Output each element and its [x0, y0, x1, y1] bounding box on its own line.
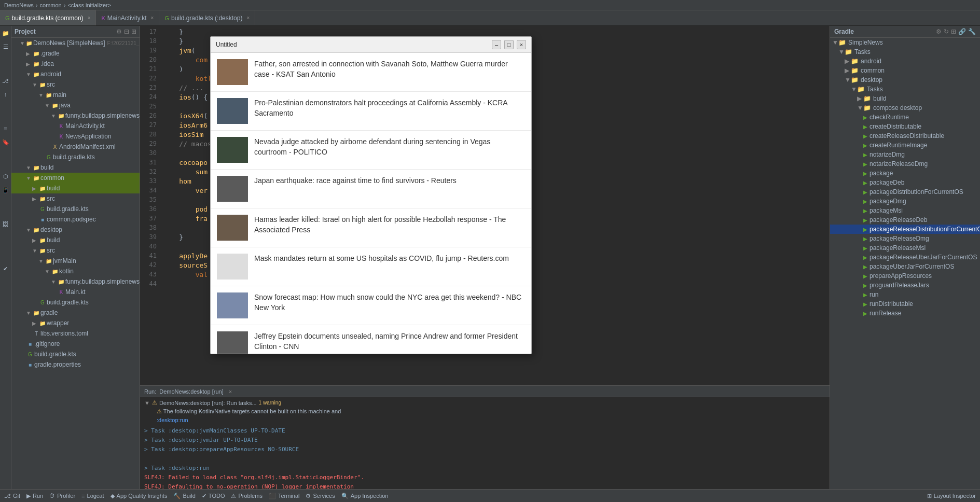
tree-item-main-kt[interactable]: K Main.kt [11, 287, 140, 297]
gradle-packageReleaseUberJarForCurrentOS[interactable]: ▶ packageReleaseUberJarForCurrentOS [830, 253, 980, 262]
tree-item-java[interactable]: ▼ 📁 java [11, 100, 140, 110]
git-icon-left[interactable]: ⎇ [1, 76, 11, 86]
tab-close-2[interactable]: × [151, 15, 154, 21]
favorites-icon[interactable]: ☰ [1, 41, 11, 52]
dialog-maximize-btn[interactable]: □ [504, 40, 514, 49]
gradle-settings-icon[interactable]: ⚙ [936, 28, 942, 35]
tree-item-kotlin[interactable]: ▼ 📁 kotlin [11, 266, 140, 276]
gradle-createRuntimeImage[interactable]: ▶ createRuntimeImage [830, 141, 980, 150]
tree-item-desktop[interactable]: ▼ 📁 desktop [11, 225, 140, 235]
tree-item-newsapp[interactable]: K NewsApplication [11, 131, 140, 142]
gradle-tasks-root[interactable]: ▼ 📁 Tasks [830, 47, 980, 57]
structure-icon[interactable]: ≡ [1, 123, 11, 134]
tree-item-jvmmain[interactable]: ▼ 📁 jvmMain [11, 256, 140, 266]
gradle-common-item[interactable]: ▶ 📁 common [830, 66, 980, 75]
gradle-runRelease[interactable]: ▶ runRelease [830, 309, 980, 318]
tree-item-gradle[interactable]: ▶ 📁 .gradle [11, 48, 140, 59]
breadcrumb-item-2[interactable]: common [40, 2, 62, 8]
collapse-icon[interactable]: ⊟ [124, 28, 129, 35]
dialog-minimize-btn[interactable]: – [492, 40, 501, 49]
run-task-item[interactable]: :desktop:run [144, 416, 825, 424]
build-variants-icon[interactable]: ⬡ [1, 171, 11, 182]
tree-item-gradle-folder[interactable]: ▼ 📁 gradle [11, 308, 140, 318]
gradle-runDistributable[interactable]: ▶ runDistributable [830, 299, 980, 309]
device-manager-icon[interactable]: 📱 [1, 185, 11, 195]
news-item-5[interactable]: Hamas leader killed: Israel on high aler… [211, 208, 531, 247]
gradle-package[interactable]: ▶ package [830, 169, 980, 178]
gradle-packageUberJarForCurrentOS[interactable]: ▶ packageUberJarForCurrentOS [830, 262, 980, 271]
news-item-2[interactable]: Pro-Palestinian demonstrators halt proce… [211, 92, 531, 131]
bookmarks-icon[interactable]: 🔖 [1, 137, 11, 147]
gradle-proguardReleaseJars[interactable]: ▶ proguardReleaseJars [830, 281, 980, 290]
status-layout-inspector[interactable]: ⊞ Layout Inspector [927, 493, 976, 499]
project-icon[interactable]: 📁 [1, 28, 11, 38]
status-app-inspection[interactable]: 🔍 App Inspection [341, 493, 389, 499]
tree-item-gitignore[interactable]: ■ .gitignore [11, 339, 140, 349]
breadcrumb-item-1[interactable]: DemoNews [4, 2, 34, 8]
status-services[interactable]: ⚙ Services [306, 493, 335, 499]
tree-item-podspec[interactable]: ■ common.podspec [11, 214, 140, 225]
status-app-quality[interactable]: ◆ App Quality Insights [111, 493, 168, 499]
expand-icon[interactable]: ⊞ [131, 28, 136, 35]
news-item-7[interactable]: Snow forecast map: How much snow could t… [211, 286, 531, 325]
gradle-root[interactable]: ▼ 📁 SimpleNews [830, 38, 980, 47]
gradle-packageDmg[interactable]: ▶ packageDmg [830, 197, 980, 206]
gradle-link-icon[interactable]: 🔗 [958, 28, 966, 35]
run-close-btn[interactable]: × [229, 388, 232, 395]
gradle-compose-desktop-item[interactable]: ▼ 📁 compose desktop [830, 103, 980, 113]
tree-item-manifest[interactable]: X AndroidManifest.xml [11, 142, 140, 152]
gradle-notarizeReleaseDmg[interactable]: ▶ notarizeReleaseDmg [830, 159, 980, 169]
gradle-packageDeb[interactable]: ▶ packageDeb [830, 178, 980, 187]
run-config[interactable]: DemoNews:desktop [run] [159, 388, 224, 395]
tree-item-build-gradle-android[interactable]: G build.gradle.kts [11, 152, 140, 162]
tree-item-src[interactable]: ▼ 📁 src [11, 79, 140, 90]
tab-close-1[interactable]: × [88, 15, 91, 21]
status-build[interactable]: 🔨 Build [173, 493, 195, 499]
status-terminal[interactable]: ⬛ Terminal [269, 493, 300, 499]
status-git[interactable]: ⎇ Git [4, 493, 20, 499]
tree-item-desktop-package[interactable]: ▼ 📁 funny.buildapp.simplenews [11, 276, 140, 287]
tree-item-libs-versions[interactable]: T libs.versions.toml [11, 328, 140, 339]
tree-item-package[interactable]: ▼ 📁 funny.buildapp.simplenews [11, 110, 140, 121]
gradle-packageReleaseDistributionForCurrentOs[interactable]: ▶ packageReleaseDistributionForCurrentOs [830, 225, 980, 234]
gradle-packageReleaseDmg[interactable]: ▶ packageReleaseDmg [830, 234, 980, 243]
tab-build-gradle-common[interactable]: G build.gradle.kts (common) × [0, 10, 96, 26]
gradle-notarizeDmg[interactable]: ▶ notarizeDmg [830, 150, 980, 159]
news-item-4[interactable]: Japan earthquake: race against time to f… [211, 170, 531, 208]
tree-item-build-folder[interactable]: ▼ 📁 build [11, 162, 140, 173]
tab-close-3[interactable]: × [246, 15, 250, 21]
tree-item-idea[interactable]: ▶ 📁 .idea [11, 59, 140, 69]
status-profiler[interactable]: ⏱ Profiler [49, 493, 75, 499]
tree-item-gradle-properties[interactable]: ■ gradle.properties [11, 359, 140, 370]
tree-item-desktop-src[interactable]: ▼ 📁 src [11, 245, 140, 256]
tree-item-common-build[interactable]: ▶ 📁 build [11, 183, 140, 193]
gradle-createReleaseDistributable[interactable]: ▶ createReleaseDistributable [830, 131, 980, 141]
tree-item-mainactivity[interactable]: K MainActivity.kt [11, 121, 140, 131]
tab-mainactivity[interactable]: K MainActivity.kt × [96, 10, 159, 26]
gradle-desktop-item[interactable]: ▼ 📁 desktop [830, 75, 980, 85]
run-tree-item[interactable]: ▼ ⚠ DemoNews:desktop [run]: Run tasks...… [144, 398, 825, 407]
gradle-packageReleaseMsi[interactable]: ▶ packageReleaseMsi [830, 243, 980, 253]
tree-item-main[interactable]: ▼ 📁 main [11, 90, 140, 100]
gradle-refresh-icon[interactable]: ↻ [944, 28, 949, 35]
tree-item-root-build-gradle[interactable]: G build.gradle.kts [11, 349, 140, 359]
todo-left-icon[interactable]: ✔ [1, 263, 11, 274]
gradle-packageMsi[interactable]: ▶ packageMsi [830, 206, 980, 215]
tree-item-root[interactable]: ▼ 📁 DemoNews [SimpleNews] F:\20221121_Pl… [11, 38, 140, 48]
tree-item-common[interactable]: ▼ 📁 common [11, 173, 140, 183]
gradle-run[interactable]: ▶ run [830, 290, 980, 299]
gradle-checkRuntime[interactable]: ▶ checkRuntime [830, 113, 980, 122]
gradle-createDistributable[interactable]: ▶ createDistributable [830, 122, 980, 131]
status-todo[interactable]: ✔ TODO [202, 493, 225, 499]
breadcrumb-item-3[interactable]: <class initializer> [67, 2, 111, 8]
tab-build-gradle-desktop[interactable]: G build.gradle.kts (:desktop) × [159, 10, 255, 26]
tree-item-desktop-build-gradle[interactable]: G build.gradle.kts [11, 297, 140, 308]
pull-requests-icon[interactable]: ↑ [1, 89, 11, 100]
status-logcat[interactable]: ≡ Logcat [81, 493, 104, 499]
resource-manager-icon[interactable]: 🖼 [1, 219, 11, 229]
news-item-6[interactable]: Mask mandates return at some US hospital… [211, 247, 531, 286]
gradle-expand-icon[interactable]: ⊞ [951, 28, 956, 35]
gradle-wrench-icon[interactable]: 🔧 [968, 28, 976, 35]
tree-item-desktop-build[interactable]: ▶ 📁 build [11, 235, 140, 245]
status-run[interactable]: ▶ Run [26, 493, 43, 499]
